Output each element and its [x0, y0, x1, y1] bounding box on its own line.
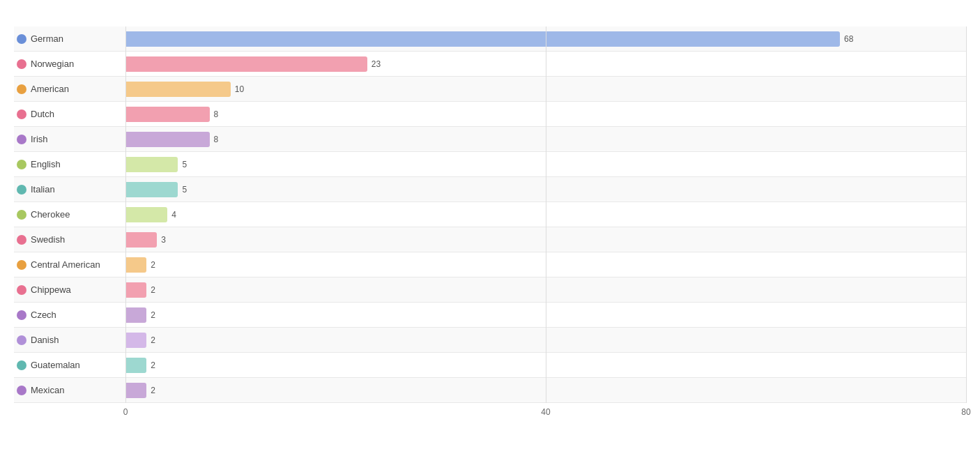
dot-icon: [17, 335, 26, 345]
bar-area: 2: [125, 252, 966, 277]
dot-icon: [17, 59, 26, 69]
bar-area: 68: [125, 26, 966, 51]
label-area: Czech: [14, 310, 125, 320]
bar-area: 2: [125, 328, 966, 352]
label-area: Mexican: [14, 385, 125, 395]
dot-icon: [17, 210, 26, 220]
bar: 2: [125, 383, 146, 398]
table-row: Dutch 8: [14, 102, 966, 127]
grid-line: [966, 26, 967, 403]
table-row: Norwegian 23: [14, 52, 966, 77]
bar: 2: [125, 257, 146, 273]
bar: 23: [125, 56, 367, 72]
x-tick-label: 40: [541, 407, 550, 417]
bar-area: 2: [125, 303, 966, 327]
bar-value: 2: [151, 360, 155, 370]
dot-icon: [17, 360, 26, 370]
bar: 8: [125, 107, 210, 122]
bar: 4: [125, 207, 167, 222]
dot-icon: [17, 185, 26, 195]
x-tick-label: 80: [961, 407, 970, 417]
table-row: Czech 2: [14, 303, 966, 328]
table-row: Guatemalan 2: [14, 353, 966, 378]
label-area: Central American: [14, 259, 125, 270]
bar-value: 2: [151, 260, 155, 270]
bar-value: 10: [235, 84, 244, 94]
label-area: American: [14, 84, 125, 94]
bar-value: 2: [151, 285, 155, 295]
bar-value: 8: [214, 135, 219, 144]
dot-icon: [17, 135, 26, 144]
chart-container: German 68 Norwegian 23 American 10: [14, 26, 966, 424]
table-row: German 68: [14, 26, 966, 52]
label-area: Dutch: [14, 109, 125, 119]
bar-area: 8: [125, 127, 966, 151]
bar-value: 3: [161, 235, 166, 245]
table-row: Swedish 3: [14, 227, 966, 252]
label-area: Italian: [14, 184, 125, 195]
table-row: Central American 2: [14, 252, 966, 277]
table-row: Irish 8: [14, 127, 966, 152]
label-area: English: [14, 159, 125, 169]
bar-label: Dutch: [31, 109, 54, 119]
bar-label: Guatemalan: [31, 360, 80, 370]
bar-area: 2: [125, 353, 966, 377]
dot-icon: [17, 109, 26, 119]
x-axis: 04080: [125, 407, 966, 424]
bar-label: Central American: [31, 259, 100, 270]
bar: 2: [125, 358, 146, 373]
bar-label: Cherokee: [31, 209, 70, 220]
bar-label: Irish: [31, 134, 48, 144]
dot-icon: [17, 260, 26, 270]
table-row: Danish 2: [14, 328, 966, 353]
bar: 8: [125, 132, 210, 147]
table-row: American 10: [14, 77, 966, 102]
bar-label: Danish: [31, 335, 59, 345]
label-area: Danish: [14, 335, 125, 345]
bar-label: Swedish: [31, 234, 65, 245]
bar-area: 3: [125, 227, 966, 252]
bar: 2: [125, 333, 146, 348]
bar: 2: [125, 282, 146, 298]
bar-label: Norwegian: [31, 59, 74, 69]
bar-area: 10: [125, 77, 966, 101]
dot-icon: [17, 84, 26, 94]
bar: 5: [125, 182, 178, 197]
bar-value: 23: [372, 59, 381, 69]
dot-icon: [17, 160, 26, 169]
bar-area: 8: [125, 102, 966, 126]
label-area: Guatemalan: [14, 360, 125, 370]
x-tick-label: 0: [123, 407, 128, 417]
label-area: Cherokee: [14, 209, 125, 220]
dot-icon: [17, 386, 26, 395]
bar-value: 5: [182, 185, 187, 195]
bar: 68: [125, 31, 840, 47]
bar-label: English: [31, 159, 61, 169]
label-area: Irish: [14, 134, 125, 144]
table-row: English 5: [14, 152, 966, 177]
dot-icon: [17, 34, 26, 44]
dot-icon: [17, 285, 26, 295]
bar-area: 23: [125, 52, 966, 76]
bar-area: 2: [125, 378, 966, 402]
bar-label: Chippewa: [31, 284, 71, 295]
label-area: Swedish: [14, 234, 125, 245]
bar-value: 8: [214, 109, 219, 119]
bar-label: American: [31, 84, 69, 94]
table-row: Cherokee 4: [14, 202, 966, 227]
bar: 3: [125, 232, 157, 248]
bars-container: German 68 Norwegian 23 American 10: [14, 26, 966, 403]
bar-value: 68: [844, 34, 853, 44]
bar: 5: [125, 157, 178, 172]
table-row: Mexican 2: [14, 378, 966, 403]
bar-value: 2: [151, 335, 155, 345]
label-area: Chippewa: [14, 284, 125, 295]
bar-value: 2: [151, 386, 155, 395]
table-row: Chippewa 2: [14, 277, 966, 303]
bar-label: Mexican: [31, 385, 64, 395]
bar-area: 4: [125, 202, 966, 227]
bar-value: 2: [151, 310, 155, 320]
bar-label: Italian: [31, 184, 55, 195]
bar: 10: [125, 82, 231, 97]
table-row: Italian 5: [14, 177, 966, 202]
